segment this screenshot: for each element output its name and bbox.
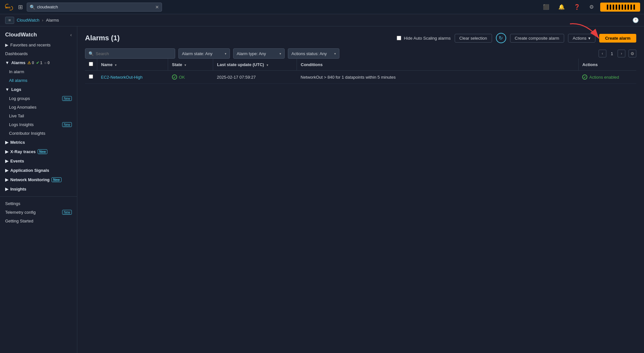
sidebar-item-settings[interactable]: Settings (0, 199, 77, 208)
actions-header-label: Actions (582, 62, 598, 67)
breadcrumb-separator: › (42, 18, 43, 23)
sidebar-section-insights[interactable]: ▶ Insights (0, 184, 77, 194)
ok-circle-icon: ✔ (172, 74, 177, 80)
sidebar-item-logs-insights[interactable]: Logs Insights New (0, 120, 77, 129)
sidebar-item-live-tail[interactable]: Live Tail (0, 112, 77, 120)
sidebar-item-log-anomalies[interactable]: Log Anomalies (0, 103, 77, 112)
top-create-button[interactable]: ▐▐▐▐▐▐▐▐▐▐ (600, 3, 640, 12)
hide-auto-scaling-label[interactable]: Hide Auto Scaling alarms (397, 36, 450, 41)
pagination-next-button[interactable]: › (618, 50, 625, 57)
xray-expand-icon: ▶ (5, 149, 8, 154)
clear-selection-button[interactable]: Clear selection (455, 34, 492, 43)
actions-status-filter[interactable]: Actions status: Any ▾ (288, 48, 339, 59)
bell-icon[interactable]: 🔔 (556, 3, 567, 11)
sidebar-item-dashboards[interactable]: Dashboards (0, 49, 77, 58)
global-search-input[interactable] (37, 5, 153, 9)
alarm-count-warning: ⚠0 (27, 61, 34, 65)
alarm-name-link[interactable]: EC2-NetworkOut-High (101, 75, 143, 80)
actions-label: Actions (573, 36, 587, 41)
table-header-name[interactable]: Name ▾ (97, 59, 168, 71)
table-header-conditions: Conditions (297, 59, 579, 71)
actions-button[interactable]: Actions ▾ (568, 34, 596, 43)
logs-insights-new-badge: New (62, 122, 72, 127)
sidebar-item-contributor-insights-label: Contributor Insights (9, 131, 72, 136)
sidebar-events-label: Events (10, 159, 24, 163)
sidebar-toggle-button[interactable]: ≡ (5, 17, 14, 24)
refresh-icon: ↻ (499, 35, 503, 41)
sidebar-section-metrics[interactable]: ▶ Metrics (0, 138, 77, 147)
log-groups-new-badge: New (62, 96, 72, 101)
sidebar-metrics-label: Metrics (10, 140, 25, 145)
last-update-value: 2025-02-17 07:59:27 (217, 75, 256, 80)
ok-checkmark-icon: ✔ (173, 75, 176, 79)
sidebar-item-getting-started[interactable]: Getting Started (0, 217, 77, 225)
alarms-table: Name ▾ State ▾ Last state update (UTC) ▾ (85, 59, 636, 84)
sidebar-item-favorites[interactable]: ▶ Favorites and recents (0, 41, 77, 49)
state-sort-icon: ▾ (185, 64, 186, 67)
sidebar-header: CloudWatch ‹ (0, 26, 77, 41)
sidebar-xray-label: X-Ray traces (10, 149, 36, 154)
alarm-state-filter[interactable]: Alarm state: Any ▾ (178, 48, 230, 59)
sidebar-divider (0, 196, 77, 197)
alarm-counts: ⚠0 ✔1 ○0 (27, 61, 50, 65)
sidebar-collapse-button[interactable]: ‹ (70, 32, 72, 37)
sidebar-section-logs[interactable]: ▼ Logs (0, 85, 77, 94)
global-search-bar[interactable]: 🔍 ✕ (27, 3, 162, 12)
terminal-icon[interactable]: ⬛ (540, 3, 552, 11)
main-content: Alarms (1) Hide Auto Scaling alarms Clea… (77, 26, 644, 353)
aws-logo[interactable]: aws (4, 4, 14, 10)
row-checkbox-cell[interactable] (85, 71, 97, 84)
breadcrumb-bar: ≡ CloudWatch › Alarms 🕐 (0, 14, 644, 26)
table-settings-button[interactable]: ⚙ (629, 50, 636, 57)
sidebar-network-label: Network Monitoring (10, 177, 50, 182)
table-header-checkbox[interactable] (85, 59, 97, 71)
sidebar-item-all-alarms-label: All alarms (9, 78, 72, 83)
actions-dropdown-icon: ▾ (588, 36, 591, 41)
pagination-current-page: 1 (610, 51, 614, 56)
table-wrapper: 🔍 Alarm state: Any ▾ Alarm type: Any ▾ A… (85, 48, 636, 84)
last-update-header-label: Last state update (UTC) (217, 62, 264, 67)
search-clear-icon[interactable]: ✕ (155, 5, 159, 10)
create-composite-alarm-button[interactable]: Create composite alarm (510, 34, 564, 43)
select-all-checkbox[interactable] (89, 62, 93, 66)
telemetry-new-badge: New (62, 210, 72, 215)
alarm-state-filter-label: Alarm state: Any (182, 51, 213, 56)
filters-row: 🔍 Alarm state: Any ▾ Alarm type: Any ▾ A… (85, 48, 636, 59)
sidebar-item-log-groups[interactable]: Log groups New (0, 94, 77, 103)
create-alarm-button[interactable]: Create alarm (599, 34, 636, 43)
breadcrumb-cloudwatch-link[interactable]: CloudWatch (17, 18, 39, 23)
table-header-last-update[interactable]: Last state update (UTC) ▾ (213, 59, 297, 71)
alarm-type-filter-label: Alarm type: Any (237, 51, 266, 56)
search-filter-input[interactable] (96, 51, 172, 56)
grid-icon[interactable]: ⊞ (18, 4, 23, 11)
actions-enabled-indicator: ✔ Actions enabled (582, 74, 632, 80)
sidebar-section-events[interactable]: ▶ Events (0, 156, 77, 166)
sidebar-item-in-alarm[interactable]: In alarm (0, 67, 77, 76)
search-filter[interactable]: 🔍 (85, 48, 175, 59)
sidebar-item-telemetry-config[interactable]: Telemetry config New (0, 208, 77, 217)
alarms-count-val: (1) (111, 34, 120, 42)
table-header-state[interactable]: State ▾ (168, 59, 213, 71)
actions-status-filter-label: Actions status: Any (291, 51, 327, 56)
sidebar-section-alarms[interactable]: ▼ Alarms ⚠0 ✔1 ○0 (0, 58, 77, 67)
sidebar-section-network-monitoring[interactable]: ▶ Network Monitoring New (0, 175, 77, 184)
pagination-prev-button[interactable]: ‹ (599, 50, 606, 57)
sidebar-section-xray[interactable]: ▶ X-Ray traces New (0, 147, 77, 156)
sidebar-section-application-signals[interactable]: ▶ Application Signals (0, 166, 77, 175)
sidebar-item-in-alarm-label: In alarm (9, 69, 72, 74)
last-update-sort-icon: ▾ (267, 64, 268, 67)
conditions-header-label: Conditions (301, 62, 323, 67)
sidebar-item-dashboards-label: Dashboards (5, 51, 72, 56)
sidebar-telemetry-label: Telemetry config (5, 210, 60, 215)
refresh-button[interactable]: ↻ (496, 33, 506, 43)
page-header: Alarms (1) Hide Auto Scaling alarms Clea… (85, 33, 636, 43)
table-header-row: Name ▾ State ▾ Last state update (UTC) ▾ (85, 59, 636, 71)
row-checkbox[interactable] (89, 74, 93, 79)
hide-auto-scaling-checkbox[interactable] (397, 36, 401, 40)
sidebar-item-contributor-insights[interactable]: Contributor Insights (0, 129, 77, 138)
alarm-type-filter[interactable]: Alarm type: Any ▾ (233, 48, 285, 59)
sidebar-item-all-alarms[interactable]: All alarms (0, 76, 77, 85)
settings-icon[interactable]: ⚙ (587, 3, 596, 11)
row-last-update-cell: 2025-02-17 07:59:27 (213, 71, 297, 84)
question-icon[interactable]: ❓ (571, 3, 583, 11)
